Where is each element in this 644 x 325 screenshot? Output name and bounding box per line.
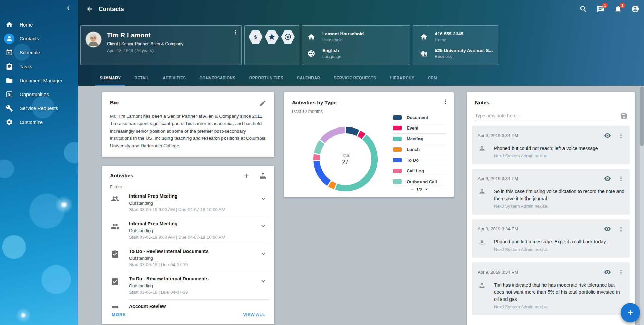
tab[interactable]: CONVERSATIONS [193, 76, 242, 86]
expand-chevron-down-icon[interactable] [260, 222, 267, 230]
star-icon [268, 33, 276, 41]
activity-title: To Do - Review Internal Documents [129, 276, 257, 281]
add-note-fab-button[interactable] [621, 303, 640, 322]
tab[interactable]: CALENDAR [290, 76, 327, 86]
gear-icon [6, 119, 13, 126]
account-icon[interactable] [631, 5, 639, 13]
sidebar-item[interactable]: Document Manager [0, 73, 78, 87]
contact-badge[interactable] [281, 30, 295, 44]
legend-item[interactable]: To Do [393, 155, 446, 166]
note-menu-kebab-icon[interactable] [618, 175, 624, 182]
activity-status: Outstanding [129, 201, 257, 206]
contact-menu-kebab-icon[interactable] [232, 29, 239, 36]
note-menu-kebab-icon[interactable] [618, 269, 624, 276]
todo-icon [111, 250, 119, 258]
sidebar-item-label: Customize [20, 120, 43, 125]
activity-row[interactable]: To Do - Review Internal Documents Outsta… [107, 272, 270, 300]
legend-item[interactable]: Event [393, 123, 446, 134]
legend-item[interactable]: Outbound Call [393, 176, 446, 187]
contact-avatar[interactable] [86, 32, 101, 47]
info-label: Language [322, 54, 341, 59]
notification-badge: 1 [620, 3, 625, 8]
info-value: 416-555-2345 [435, 31, 463, 36]
notes-panel: Notes Apr 9, 2019 3:34 PM [467, 92, 635, 325]
scrollbar-thumb[interactable] [640, 86, 644, 146]
legend-page-up-icon[interactable] [409, 186, 415, 192]
contact-badge[interactable]: $ [249, 30, 263, 44]
chart-menu-kebab-icon[interactable] [442, 98, 449, 105]
activity-dates: Start 03-06-19 9:00 AM | Due 04-07-19 10… [129, 207, 257, 212]
activities-by-type-card: Activities by Type Past 12 months Total … [284, 92, 454, 197]
note-card[interactable]: Apr 9, 2019 3:34 PM Tim has indicated th… [472, 262, 630, 315]
note-card[interactable]: Apr 9, 2019 3:34 PM Phoned but could not… [472, 126, 630, 164]
back-arrow-icon[interactable] [86, 5, 94, 13]
note-card[interactable]: Apr 9, 2019 3:34 PM So in this case I'm … [472, 169, 630, 215]
contact-header: Tim R Lamont Client | Senior Partner, Al… [78, 18, 644, 65]
legend-item[interactable]: Document [393, 112, 446, 123]
activity-row[interactable]: Internal Prep Meeting Outstanding Start … [107, 217, 270, 244]
todo-icon [111, 277, 119, 286]
notes-list: Apr 9, 2019 3:34 PM Phoned but could not… [467, 122, 635, 325]
save-note-icon[interactable] [620, 112, 628, 120]
info-row[interactable]: English Language [307, 46, 408, 61]
sidebar-item[interactable]: Contacts [0, 32, 78, 46]
sidebar-item[interactable]: Schedule [0, 46, 78, 59]
activity-status: Outstanding [129, 283, 257, 288]
note-author-person-icon [478, 281, 486, 289]
view-all-button[interactable]: VIEW ALL [243, 312, 265, 317]
activity-row[interactable]: Account Review Outstanding Start 24-05-1… [107, 300, 270, 308]
edit-pencil-icon[interactable] [259, 100, 266, 107]
sidebar-item[interactable]: Customize [0, 115, 78, 129]
info-row[interactable]: 525 University Avenue, S... Business [420, 46, 496, 61]
note-visibility-eye-icon[interactable] [604, 269, 611, 276]
search-icon[interactable] [579, 5, 587, 13]
legend-item[interactable]: Call Log [393, 166, 446, 177]
sidebar-item[interactable]: $ Opportunities [0, 87, 78, 101]
expand-chevron-down-icon[interactable] [260, 305, 267, 308]
more-button[interactable]: MORE [112, 312, 126, 317]
note-card[interactable]: Apr 9, 2019 3:34 PM Phoned and left a me… [472, 219, 630, 258]
bio-title: Bio [110, 100, 259, 106]
info-row[interactable]: 416-555-2345 Home [420, 30, 496, 44]
contact-badge[interactable] [265, 30, 279, 44]
legend-swatch [393, 137, 402, 141]
tab[interactable]: CPM [421, 76, 444, 86]
note-timestamp: Apr 9, 2019 3:34 PM [478, 176, 604, 181]
sidebar-item[interactable]: Service Requests [0, 101, 78, 115]
tab[interactable]: SUMMARY [93, 76, 128, 86]
tab[interactable]: SERVICE REQUESTS [327, 76, 383, 86]
legend-item[interactable]: Meeting [393, 134, 446, 144]
info-row[interactable]: Lamont Household Household [307, 30, 408, 44]
note-visibility-eye-icon[interactable] [604, 175, 611, 182]
expand-chevron-down-icon[interactable] [260, 250, 267, 257]
add-activity-icon[interactable] [243, 172, 250, 179]
note-visibility-eye-icon[interactable] [604, 132, 611, 139]
note-visibility-eye-icon[interactable] [604, 225, 611, 233]
tab[interactable]: ACTIVITIES [156, 76, 193, 86]
activity-row[interactable]: Internal Prep Meeting Outstanding Start … [107, 189, 270, 217]
vertical-scrollbar[interactable] [640, 86, 644, 325]
sidebar-item[interactable]: Home [0, 18, 78, 32]
people-icon [111, 222, 119, 230]
legend-page-down-icon[interactable] [423, 186, 429, 192]
tab[interactable]: DETAIL [128, 76, 156, 86]
activity-row[interactable]: To Do - Review Internal Documents Outsta… [107, 244, 270, 272]
plus-icon [626, 308, 635, 317]
new-note-input[interactable] [475, 111, 614, 121]
hierarchy-view-icon[interactable] [259, 172, 266, 179]
note-menu-kebab-icon[interactable] [618, 226, 624, 233]
sidebar-item[interactable]: Tasks [0, 59, 78, 73]
notifications-button[interactable]: 1 [614, 5, 622, 13]
legend-swatch [393, 169, 402, 173]
collapse-sidebar-icon[interactable] [65, 4, 72, 12]
expand-chevron-down-icon[interactable] [260, 277, 267, 285]
activity-dates: Start 03-06-19 9:00 AM | Due 04-07-19 10… [129, 235, 257, 240]
tab[interactable]: HIERARCHY [383, 76, 421, 86]
legend-item[interactable]: Lunch [393, 144, 446, 155]
legend-page-indicator: 1/2 [416, 187, 422, 192]
legend-label: Document [407, 115, 428, 120]
tab[interactable]: OPPORTUNITIES [242, 76, 290, 86]
chat-button[interactable]: 1 [597, 5, 605, 13]
note-menu-kebab-icon[interactable] [618, 132, 624, 139]
expand-chevron-down-icon[interactable] [260, 195, 267, 202]
